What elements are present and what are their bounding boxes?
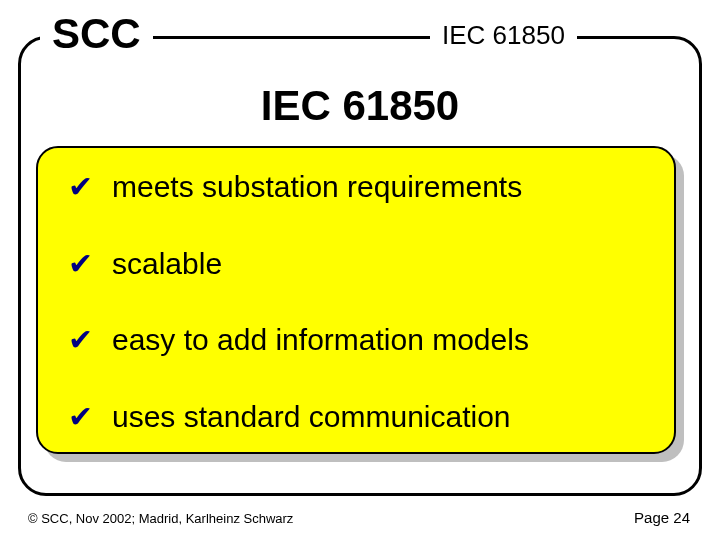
list-item: ✔ easy to add information models (66, 323, 646, 357)
list-item-text: scalable (112, 247, 222, 281)
content-box: ✔ meets substation requirements ✔ scalab… (36, 146, 676, 454)
list-item-text: uses standard communication (112, 400, 511, 434)
check-icon: ✔ (66, 402, 94, 432)
check-icon: ✔ (66, 172, 94, 202)
list-item: ✔ scalable (66, 247, 646, 281)
check-icon: ✔ (66, 249, 94, 279)
list-item: ✔ uses standard communication (66, 400, 646, 434)
list-item: ✔ meets substation requirements (66, 170, 646, 204)
list-item-text: easy to add information models (112, 323, 529, 357)
footer-copyright: © SCC, Nov 2002; Madrid, Karlheinz Schwa… (24, 511, 297, 526)
logo-text: SCC (40, 10, 153, 58)
check-icon: ✔ (66, 325, 94, 355)
header-right-label: IEC 61850 (430, 20, 577, 51)
slide-title: IEC 61850 (0, 82, 720, 130)
footer-page-number: Page 24 (630, 509, 694, 526)
list-item-text: meets substation requirements (112, 170, 522, 204)
